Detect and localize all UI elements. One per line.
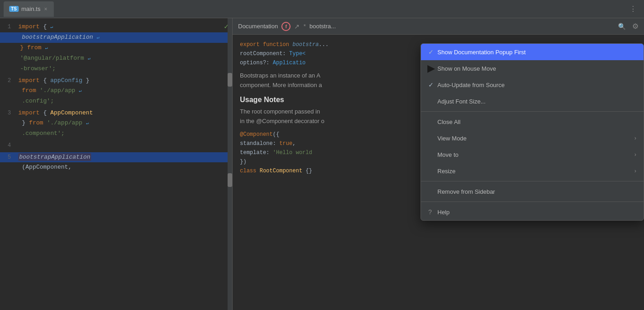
doc-search-icon[interactable]: 🔍 (618, 23, 626, 30)
doc-f-icon[interactable]: f (281, 22, 291, 31)
editor-tab-bar: TS main.ts × ⋮ (0, 0, 644, 18)
documentation-panel: Documentation f ↗ * bootstra... 🔍 ⚙ expo… (233, 18, 644, 310)
menu-item-close-all[interactable]: Close All (421, 114, 644, 130)
code-line-3: 3 import { AppComponent (0, 108, 232, 118)
menu-label-help: Help (437, 209, 636, 216)
menu-label-view-mode: View Mode (437, 135, 634, 142)
menu-item-adjust-font[interactable]: Adjust Font Size... (421, 93, 644, 109)
menu-label-show-on-mouse: Show on Mouse Move (437, 65, 636, 72)
code-line-from3: } from './app/app ↵ (0, 118, 232, 129)
doc-external-link-icon[interactable]: ↗ (294, 23, 300, 30)
line-number-1: 1 (0, 22, 18, 32)
menu-item-show-doc-popup[interactable]: ✓ Show Documentation Popup First (421, 44, 644, 60)
menu-item-help[interactable]: ? Help (421, 204, 644, 220)
menu-label-show-doc-popup: Show Documentation Popup First (437, 49, 636, 56)
code-line-browser: -browser'; (0, 64, 232, 74)
code-line-bootstrap: bootstrapApplication ↵ (0, 32, 232, 43)
line-number-5: 5 (0, 152, 18, 162)
menu-label-auto-update: Auto-Update from Source (437, 82, 636, 88)
doc-settings-icon[interactable]: ⚙ (632, 22, 639, 31)
main-ts-tab[interactable]: TS main.ts × (4, 1, 54, 17)
doc-asterisk: * (303, 23, 306, 30)
menu-label-move-to: Move to (437, 151, 634, 158)
context-menu: ✓ Show Documentation Popup First ▶ Show … (421, 43, 644, 221)
menu-item-auto-update[interactable]: ✓ Auto-Update from Source (421, 77, 644, 93)
menu-check-show-doc: ✓ (428, 48, 437, 56)
doc-tab-bar: Documentation f ↗ * bootstra... 🔍 ⚙ (233, 18, 644, 35)
doc-tab-filename: bootstra... (310, 23, 336, 30)
code-line-component: .component'; (0, 129, 232, 139)
scrollbar-thumb-1 (228, 73, 232, 87)
code-line-1: 1 import { ↵ ✓ (0, 22, 232, 32)
menu-arrow-move-to: › (634, 151, 636, 158)
menu-label-remove-sidebar: Remove from Sidebar (437, 188, 636, 195)
code-line-from1: } from ↵ (0, 43, 232, 53)
code-line-from2: from './app/app ↵ (0, 86, 232, 96)
code-line-app-component: (AppComponent, (0, 162, 232, 172)
menu-label-resize: Resize (437, 168, 634, 175)
tab-menu-icon[interactable]: ⋮ (626, 5, 640, 13)
menu-arrow-view-mode: › (634, 135, 636, 141)
menu-label-adjust-font: Adjust Font Size... (437, 98, 636, 105)
code-scrollbar[interactable] (228, 18, 232, 310)
line-number-3: 3 (0, 108, 18, 118)
cursor-pointer-icon: ▶ (427, 63, 435, 73)
line-number-2: 2 (0, 76, 18, 86)
code-line-config: .config'; (0, 96, 232, 106)
menu-item-view-mode[interactable]: View Mode › (421, 130, 644, 146)
menu-separator-2 (421, 181, 644, 181)
doc-tab-title: Documentation (238, 23, 278, 30)
tab-filename: main.ts (21, 5, 41, 12)
menu-check-help: ? (428, 208, 437, 216)
code-line-4: 4 (0, 140, 232, 150)
typescript-badge: TS (9, 6, 19, 12)
line-number-4: 4 (0, 140, 18, 150)
menu-item-show-on-mouse[interactable]: ▶ Show on Mouse Move (421, 60, 644, 77)
menu-item-move-to[interactable]: Move to › (421, 146, 644, 163)
code-editor-panel: 1 import { ↵ ✓ bootstrapApplication ↵ (0, 18, 233, 310)
menu-arrow-resize: › (634, 168, 636, 174)
tab-close-icon[interactable]: × (43, 6, 48, 12)
menu-separator-1 (421, 111, 644, 112)
menu-separator-3 (421, 202, 644, 202)
menu-item-resize[interactable]: Resize › (421, 163, 644, 179)
code-line-5: 5 bootstrapApplication (0, 152, 232, 162)
menu-check-auto-update: ✓ (428, 81, 437, 88)
code-line-angular: '@angular/platform ↵ (0, 53, 232, 64)
menu-item-remove-sidebar[interactable]: Remove from Sidebar (421, 183, 644, 200)
code-line-2: 2 import { appConfig } (0, 76, 232, 86)
menu-label-close-all: Close All (437, 119, 636, 125)
scrollbar-thumb-2 (228, 173, 232, 187)
